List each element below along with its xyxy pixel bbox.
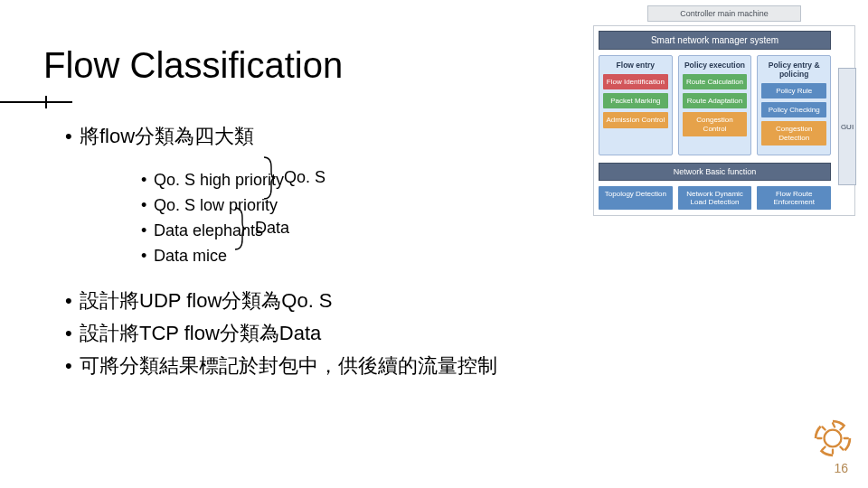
- dg-bottom-box: Flow Route Enforcement: [757, 186, 831, 210]
- dg-system-title: Smart network manager system: [599, 31, 831, 50]
- dg-box: Route Adaptation: [683, 93, 748, 108]
- dg-box: Route Calculation: [683, 74, 748, 89]
- sub-bullet-3: Data elephants: [141, 219, 497, 244]
- bullet-main-4: 可將分類結果標記於封包中，供後續的流量控制: [65, 351, 497, 381]
- dg-col-header: Policy entry & policing: [761, 61, 826, 79]
- brace-qos-label: Qo. S: [284, 168, 326, 187]
- architecture-diagram: Controller main machine Smart network ma…: [593, 5, 855, 216]
- dg-col-header: Policy execution: [683, 61, 748, 70]
- title-tick: [45, 96, 47, 108]
- dg-box: Congestion Detection: [761, 121, 826, 145]
- dg-bottom-box: Network Dynamic Load Detection: [678, 186, 752, 210]
- dg-box: Flow Identification: [603, 74, 668, 89]
- bullet-main-3: 設計將TCP flow分類為Data: [65, 318, 497, 349]
- gear-icon: [814, 419, 852, 457]
- dg-box: Policy Checking: [761, 102, 826, 117]
- dg-col-header: Flow entry: [603, 61, 668, 70]
- sub-bullet-4: Data mice: [141, 244, 497, 269]
- dg-box: Policy Rule: [761, 83, 826, 99]
- brace-data-label: Data: [255, 219, 289, 238]
- page-number: 16: [834, 461, 848, 475]
- svg-point-0: [825, 430, 842, 447]
- dg-col-3: Policy entry & policingPolicy RulePolicy…: [757, 55, 831, 155]
- dg-box: Congestion Control: [683, 112, 748, 136]
- brace-data: [233, 206, 248, 256]
- bullet-main-2: 設計將UDP flow分類為Qo. S: [65, 286, 497, 316]
- brace-qos: [262, 155, 277, 205]
- slide-title: Flow Classification: [43, 45, 343, 86]
- dg-gui-label: GUI: [838, 68, 856, 185]
- dg-col-1: Flow entryFlow IdentificationPacket Mark…: [599, 55, 673, 155]
- dg-basic-title: Network Basic function: [599, 163, 831, 181]
- dg-box: Admission Control: [603, 112, 668, 127]
- slide-body: 將flow分類為四大類 Qo. S high priority Qo. S lo…: [65, 121, 497, 383]
- dg-bottom-box: Topology Detection: [599, 186, 673, 210]
- title-underline: [0, 101, 72, 103]
- sub-bullet-2: Qo. S low priority: [141, 193, 497, 219]
- dg-controller-title: Controller main machine: [647, 5, 801, 22]
- dg-col-2: Policy executionRoute CalculationRoute A…: [678, 55, 752, 155]
- dg-box: Packet Marking: [603, 93, 668, 108]
- bullet-main-1: 將flow分類為四大類: [65, 121, 497, 152]
